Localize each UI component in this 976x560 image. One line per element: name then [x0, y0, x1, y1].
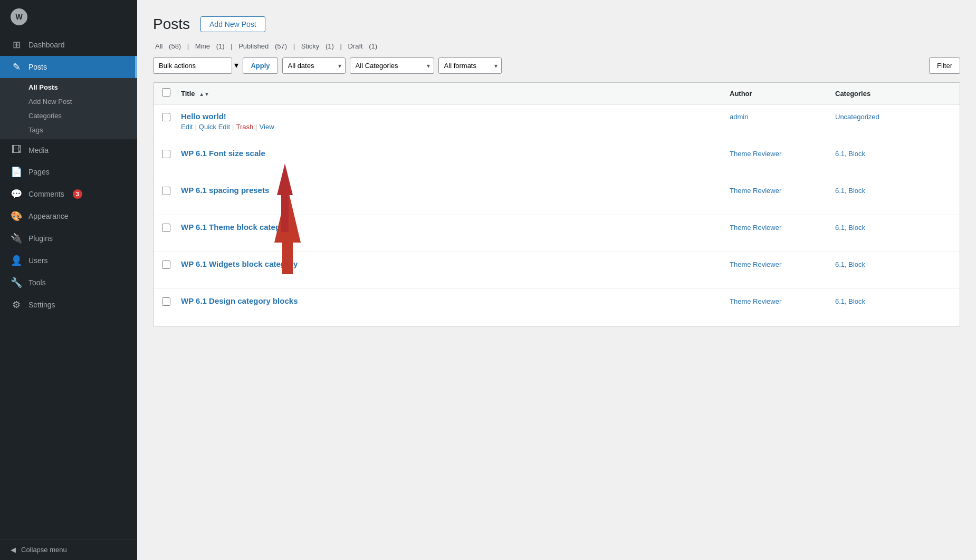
filter-mine[interactable]: Mine (1) [193, 42, 227, 50]
row-title-col: Hello world! Edit | Quick Edit | Trash |… [181, 112, 730, 131]
apply-button[interactable]: Apply [243, 57, 278, 74]
row-title-col: WP 6.1 Widgets block category [181, 259, 730, 271]
comments-badge: 3 [73, 189, 82, 199]
filter-all[interactable]: All (58) [153, 42, 183, 50]
posts-table: Title ▲▼ Author Categories Hello world! … [153, 82, 960, 326]
main-content: Posts Add New Post All (58) | Mine (1) |… [137, 0, 976, 560]
post-title-link[interactable]: WP 6.1 Design category blocks [181, 296, 730, 305]
sidebar-item-users[interactable]: 👤 Users [0, 249, 137, 272]
post-title-link[interactable]: Hello world! [181, 112, 730, 121]
all-dates-wrap: All dates ▾ [282, 57, 346, 74]
sidebar-item-posts[interactable]: ✎ Posts [0, 56, 137, 78]
trash-link[interactable]: Trash [236, 123, 253, 131]
row-select-checkbox[interactable] [162, 113, 170, 121]
sidebar-sub-all-posts[interactable]: All Posts [0, 80, 137, 94]
add-new-post-button[interactable]: Add New Post [200, 16, 265, 32]
posts-icon: ✎ [11, 61, 22, 73]
row-categories[interactable]: 6.1, Block [835, 296, 951, 305]
sidebar-logo: W [0, 0, 137, 34]
row-author[interactable]: Theme Reviewer [730, 259, 835, 268]
sidebar-sub-categories[interactable]: Categories [0, 109, 137, 123]
post-title-link[interactable]: WP 6.1 spacing presets [181, 186, 730, 195]
post-title-link[interactable]: WP 6.1 Font size scale [181, 149, 730, 158]
collapse-icon: ◀ [11, 546, 16, 554]
collapse-menu[interactable]: ◀ Collapse menu [0, 539, 137, 560]
row-title-col: WP 6.1 Font size scale [181, 149, 730, 160]
sidebar-item-appearance-label: Appearance [28, 212, 69, 220]
th-title: Title ▲▼ [181, 90, 730, 98]
settings-icon: ⚙ [11, 299, 22, 311]
table-row: WP 6.1 Widgets block category Theme Revi… [154, 252, 960, 289]
view-link[interactable]: View [260, 123, 274, 131]
post-title-link[interactable]: WP 6.1 Theme block category [181, 223, 730, 231]
row-select-checkbox[interactable] [162, 297, 170, 306]
sidebar-item-pages-label: Pages [28, 168, 50, 176]
sidebar-item-tools-label: Tools [28, 278, 46, 287]
row-categories[interactable]: 6.1, Block [835, 223, 951, 231]
row-checkbox [162, 149, 181, 160]
post-title-link[interactable]: WP 6.1 Widgets block category [181, 259, 730, 268]
row-categories[interactable]: Uncategorized [835, 112, 951, 121]
bulk-actions-select[interactable]: Bulk actions [153, 57, 232, 74]
users-icon: 👤 [11, 255, 22, 266]
row-categories[interactable]: 6.1, Block [835, 149, 951, 158]
row-author[interactable]: Theme Reviewer [730, 223, 835, 231]
row-author[interactable]: admin [730, 112, 835, 121]
collapse-label: Collapse menu [21, 546, 67, 554]
sidebar-item-comments-label: Comments [28, 190, 64, 198]
table-row: WP 6.1 Theme block category Theme Review… [154, 215, 960, 252]
tools-icon: 🔧 [11, 277, 22, 288]
row-title-col: WP 6.1 Theme block category [181, 223, 730, 234]
filter-links: All (58) | Mine (1) | Published (57) | S… [153, 42, 960, 50]
sidebar-sub-tags[interactable]: Tags [0, 123, 137, 137]
sidebar: W ⊞ Dashboard ✎ Posts All Posts Add New … [0, 0, 137, 560]
sidebar-item-comments[interactable]: 💬 Comments 3 [0, 183, 137, 205]
sidebar-item-users-label: Users [28, 256, 48, 265]
row-checkbox [162, 223, 181, 234]
row-checkbox [162, 112, 181, 123]
all-categories-select[interactable]: All Categories [350, 57, 434, 74]
sidebar-item-tools[interactable]: 🔧 Tools [0, 272, 137, 294]
table-body: Hello world! Edit | Quick Edit | Trash |… [154, 104, 960, 326]
table-row: WP 6.1 spacing presets Theme Reviewer 6.… [154, 178, 960, 215]
row-categories[interactable]: 6.1, Block [835, 186, 951, 195]
sidebar-item-settings-label: Settings [28, 301, 55, 309]
sidebar-item-pages[interactable]: 📄 Pages [0, 161, 137, 183]
sidebar-item-appearance[interactable]: 🎨 Appearance [0, 205, 137, 227]
sidebar-item-media-label: Media [28, 146, 49, 155]
bulk-actions-chevron: ▾ [234, 61, 238, 70]
sort-icon[interactable]: ▲▼ [199, 91, 209, 97]
plugins-icon: 🔌 [11, 233, 22, 244]
comments-icon: 💬 [11, 188, 22, 200]
row-select-checkbox[interactable] [162, 150, 170, 158]
th-checkbox [162, 88, 181, 99]
quick-edit-link[interactable]: Quick Edit [199, 123, 230, 131]
row-author[interactable]: Theme Reviewer [730, 186, 835, 195]
all-dates-select[interactable]: All dates [282, 57, 346, 74]
edit-link[interactable]: Edit [181, 123, 193, 131]
all-formats-select[interactable]: All formats [438, 57, 502, 74]
filter-published[interactable]: Published (57) [236, 42, 289, 50]
row-author[interactable]: Theme Reviewer [730, 296, 835, 305]
page-title: Posts [153, 16, 190, 33]
row-checkbox [162, 296, 181, 308]
sidebar-item-media[interactable]: 🎞 Media [0, 139, 137, 161]
sidebar-item-plugins[interactable]: 🔌 Plugins [0, 227, 137, 249]
sidebar-item-dashboard-label: Dashboard [28, 41, 65, 49]
sidebar-sub-add-new-post[interactable]: Add New Post [0, 94, 137, 109]
filter-draft[interactable]: Draft (1) [346, 42, 379, 50]
filter-sticky[interactable]: Sticky (1) [299, 42, 336, 50]
page-header: Posts Add New Post [153, 16, 960, 33]
filter-button[interactable]: Filter [929, 57, 960, 74]
appearance-icon: 🎨 [11, 210, 22, 222]
row-select-checkbox[interactable] [162, 224, 170, 232]
sidebar-item-dashboard[interactable]: ⊞ Dashboard [0, 34, 137, 56]
row-select-checkbox[interactable] [162, 260, 170, 269]
all-formats-wrap: All formats ▾ [438, 57, 502, 74]
pages-icon: 📄 [11, 166, 22, 178]
select-all-checkbox[interactable] [162, 88, 170, 96]
row-categories[interactable]: 6.1, Block [835, 259, 951, 268]
row-author[interactable]: Theme Reviewer [730, 149, 835, 158]
row-select-checkbox[interactable] [162, 187, 170, 195]
sidebar-item-settings[interactable]: ⚙ Settings [0, 294, 137, 316]
